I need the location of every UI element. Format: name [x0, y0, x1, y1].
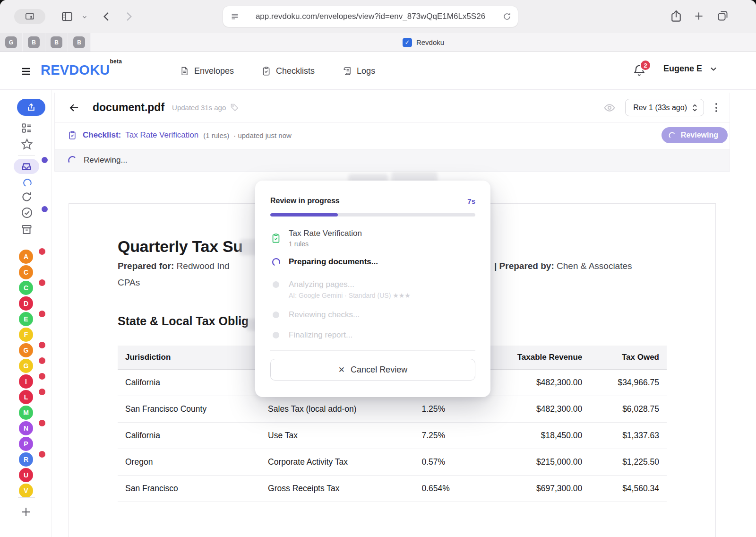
browser-back-button[interactable] [100, 10, 113, 23]
avatar[interactable]: N [19, 421, 33, 435]
strip-status-text: Reviewing... [84, 156, 128, 165]
nav-checklists[interactable]: Checklists [261, 66, 315, 76]
app-logo[interactable]: REVDOKUbeta [41, 62, 122, 78]
table-header-cell: Tax Owed [590, 346, 667, 370]
avatar-circle: C [19, 281, 33, 295]
avatar-circle: E [19, 312, 33, 326]
table-cell: $6,028.75 [590, 396, 667, 423]
revision-select[interactable]: Rev 1 (33s ago) [625, 99, 704, 116]
nav-envelopes[interactable]: Envelopes [180, 66, 234, 76]
nav-checklists-label: Checklists [276, 66, 315, 76]
tab-overview-icon[interactable] [716, 9, 729, 22]
avatar[interactable]: R [19, 452, 33, 467]
pinned-tab-favicon: G [5, 36, 17, 48]
tag-icon[interactable] [230, 103, 240, 113]
avatar[interactable]: M [19, 406, 33, 420]
nav-logs[interactable]: Logs [342, 66, 375, 76]
archive-icon[interactable] [20, 223, 33, 236]
check-unread-dot [42, 206, 48, 212]
table-cell: $697,300.00 [491, 476, 590, 502]
preview-eye-icon[interactable] [603, 102, 616, 114]
inbox-unread-dot [42, 157, 48, 163]
table-row: OregonCorporate Activity Tax0.57%$215,00… [118, 449, 667, 476]
user-name: Eugene E [663, 64, 702, 74]
step-finalizing: Finalizing report... [270, 330, 475, 340]
table-cell: Gross Receipts Tax [260, 476, 414, 502]
sidebar-toggle-button[interactable] [60, 10, 74, 23]
pinned-tab-favicon: B [28, 36, 40, 48]
avatar-circle: L [19, 390, 33, 404]
table-cell: $4,560.34 [590, 476, 667, 502]
sidebar-chevron-icon[interactable] [81, 14, 88, 20]
avatar[interactable]: V [19, 484, 33, 498]
user-menu[interactable]: Eugene E [663, 64, 718, 74]
avatar[interactable]: G [19, 343, 33, 357]
back-arrow-icon[interactable] [68, 102, 80, 114]
reviewing-status-button[interactable]: Reviewing [662, 127, 728, 143]
pinned-tab[interactable]: G [0, 33, 23, 52]
notification-dot [39, 311, 45, 317]
pinned-tab[interactable]: B [45, 33, 68, 52]
step-pending-dot [270, 279, 282, 299]
prepared-by-wrap: CPAs [118, 277, 140, 288]
reload-icon[interactable] [502, 11, 512, 22]
avatar[interactable]: C [19, 281, 33, 295]
table-row: San FranciscoGross Receipts Tax0.654%$69… [118, 476, 667, 502]
table-cell: Oregon [118, 449, 260, 476]
cancel-review-button[interactable]: ✕ Cancel Review [270, 359, 475, 381]
revision-select-value: Rev 1 (33s ago) [633, 104, 687, 112]
presenter-mode-button[interactable] [14, 9, 45, 24]
avatar[interactable]: C [19, 265, 33, 279]
table-cell: 1.25% [414, 396, 491, 423]
upload-button[interactable] [17, 99, 45, 116]
avatar-circle: A [19, 250, 33, 264]
avatar[interactable]: D [19, 296, 33, 311]
browser-forward-button[interactable] [122, 10, 135, 23]
avatar[interactable]: G [19, 359, 33, 373]
notification-dot [39, 420, 45, 426]
step-analyzing: Analyzing pages... AI: Google Gemini · S… [270, 279, 475, 299]
url-text[interactable]: app.revdoku.com/envelopes/view?id=env_87… [223, 12, 518, 21]
pinned-tab-favicon: B [73, 36, 85, 48]
inbox-nav-active[interactable] [14, 159, 39, 174]
avatar[interactable]: I [19, 374, 33, 389]
chevron-down-icon [709, 64, 718, 74]
new-tab-icon[interactable] [693, 10, 705, 22]
prepared-by-label: | Prepared by: [494, 261, 554, 271]
table-row: San Francisco CountySales Tax (local add… [118, 396, 667, 423]
notification-dot [39, 248, 45, 255]
pinned-tab[interactable]: B [23, 33, 45, 52]
layout-list-icon[interactable] [20, 122, 33, 134]
checklist-name-link[interactable]: Tax Rate Verification [125, 130, 198, 140]
reviewing-spinner-icon [668, 131, 676, 139]
reviewing-status-label: Reviewing [681, 131, 718, 139]
avatar[interactable]: F [19, 328, 33, 342]
table-cell: $482,300.00 [491, 396, 590, 423]
cancel-review-label: Cancel Review [351, 365, 407, 375]
more-options-button[interactable] [713, 101, 719, 114]
checklist-clipboard-icon [68, 130, 77, 140]
prepared-by-line: | Prepared by: Chen & Associates [494, 261, 632, 271]
avatar[interactable]: P [19, 437, 33, 451]
avatar[interactable]: U [19, 468, 33, 482]
hamburger-menu-icon[interactable] [19, 65, 33, 78]
avatar-circle: M [19, 406, 33, 420]
add-contact-button[interactable] [19, 505, 33, 519]
avatar-circle: R [19, 452, 33, 467]
star-icon[interactable] [20, 138, 34, 151]
document-header: document.pdf Updated 31s ago Rev 1 (33s … [55, 93, 730, 123]
avatar[interactable]: E [19, 312, 33, 326]
share-icon[interactable] [669, 9, 683, 23]
avatar-circle: I [19, 374, 33, 389]
step-title: Tax Rate Verification [289, 228, 362, 238]
step-checklist: Tax Rate Verification 1 rules [270, 228, 475, 248]
active-tab[interactable]: ✓ Revdoku [91, 33, 756, 52]
app-header: REVDOKUbeta Envelopes Checklists Logs [0, 52, 756, 90]
avatar[interactable]: L [19, 390, 33, 404]
pinned-tab[interactable]: B [68, 33, 91, 52]
sync-icon[interactable] [20, 191, 33, 203]
avatar[interactable]: A [19, 250, 33, 264]
notifications-button[interactable]: 2 [632, 63, 646, 79]
check-circle-icon[interactable] [20, 206, 34, 219]
address-bar[interactable]: app.revdoku.com/envelopes/view?id=env_87… [223, 6, 518, 27]
